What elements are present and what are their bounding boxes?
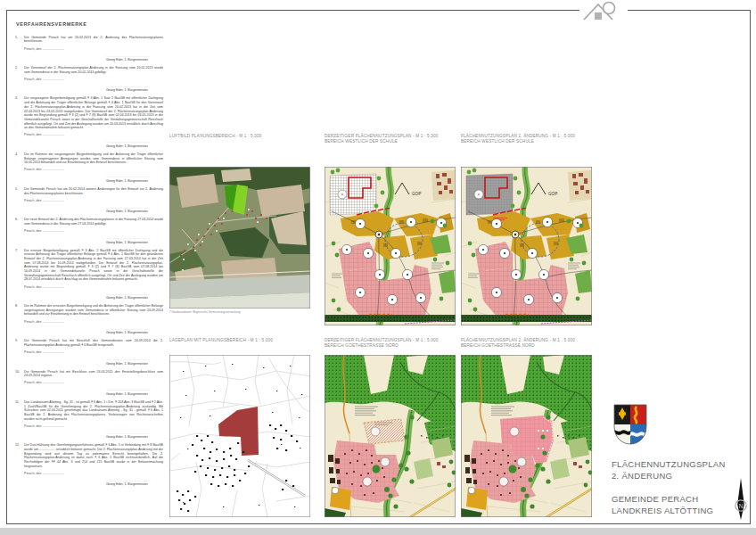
map-title-amended-fnp-goethestrasse: FLÄCHENNUTZUNGSPLAN 2. ÄNDERUNG - M 1 : … (461, 337, 595, 348)
note-number: 4. (15, 152, 24, 183)
procedure-notes-column: VERFAHRENSVERMERKE 1. Die Gemeinde Perac… (15, 21, 163, 490)
aerial-map (169, 167, 310, 309)
map-subtitle: BEREICH GOETHESTRASSE NORD (461, 342, 595, 348)
note-text: Der neue Entwurf der 2. Änderung des Flä… (24, 218, 163, 226)
note-item: 8. Die im Rahmen der erneuten Bürgerbete… (15, 303, 163, 334)
signature-block: ........................................… (106, 54, 163, 62)
place-date-line: Perach, den ......................... (24, 77, 163, 81)
note-item: 4. Die im Rahmen der vorgezogenen Bürger… (15, 152, 163, 183)
note-text: Die Durchführung des Genehmigungsverfahr… (24, 443, 163, 468)
place-date-line: Perach, den ......................... (24, 198, 163, 202)
architect-house-logo-icon (579, 1, 628, 24)
signature-block: ........................................… (106, 236, 163, 243)
map-title-current-fnp-schule: DERZEITIGER FLÄCHENNUTZUNGSPLAN - M 1 : … (325, 133, 458, 144)
municipality-name: GEMEINDE PERACH (612, 493, 713, 505)
note-text: Die Gemeinde Perach hat mit Beschluß des… (24, 338, 163, 346)
place-date-line: Perach, den ......................... (24, 284, 163, 289)
map-title-current-fnp-goethestrasse: DERZEITIGER FLÄCHENNUTZUNGSPLAN - M 1 : … (325, 337, 458, 348)
note-item: 11. Das Landratsamt Altötting - Sg. 31 -… (15, 399, 163, 439)
current-fnp-schule-map: GOP (325, 167, 456, 325)
current-fnp-goethestrasse-map (325, 355, 456, 517)
note-text: Die Gemeinde Perach hat mit Beschluss vo… (24, 369, 163, 377)
signature-block: ........................................… (106, 327, 163, 334)
note-text: Die vorgezogene Bürgerbeteiligung gemäß … (24, 96, 163, 129)
map-title: LUFTBILD PLANUNGSBEREICH - M 1 : 5.000 (169, 133, 312, 138)
plan-title-line1: FLÄCHENNUTZUNGSPLAN (612, 458, 726, 470)
map-title: LAGEPLAN MIT PLANUNGSBEREICH - M 1 : 5.0… (169, 337, 312, 342)
perach-coat-of-arms (612, 403, 648, 449)
site-plan-map (169, 355, 310, 517)
plan-sheet-page: { "notes": { "title": "VERFAHRENSVERMERK… (0, 0, 756, 535)
note-number: 2. (15, 65, 24, 92)
note-number: 1. (15, 35, 24, 62)
aerial-map-graphic (169, 167, 310, 309)
amended-fnp-goethestrasse-map (461, 355, 592, 517)
note-item: 10. Die Gemeinde Perach hat mit Beschlus… (15, 369, 163, 396)
signature-name: Georg Eder, 1. Bürgermeister (106, 435, 163, 440)
note-item: 1. Die Gemeinde Perach hat am 20.02.2013… (15, 35, 163, 62)
signature-name: Georg Eder, 1. Bürgermeister (106, 240, 163, 244)
note-number: 9. (15, 338, 24, 365)
map-subtitle: BEREICH WESTLICH DER SCHULE (325, 138, 458, 144)
school-area-block (330, 174, 376, 215)
note-item: 9. Die Gemeinde Perach hat mit Beschluß … (15, 338, 163, 365)
scan-edge-strip (0, 528, 756, 535)
map-title-amended-fnp-schule: FLÄCHENNUTZUNGSPLAN 2. ÄNDERUNG - M 1 : … (461, 133, 595, 144)
note-text: Die Gemeinde Perach hat am 20.02.2014 we… (24, 186, 163, 194)
place-date-line: Perach, den ......................... (24, 424, 163, 428)
note-item: 5. Die Gemeinde Perach hat am 20.02.2014… (15, 186, 163, 213)
signature-name: Georg Eder, 1. Bürgermeister (106, 178, 163, 183)
signature-block: ........................................… (106, 176, 163, 183)
plan-title-group: FLÄCHENNUTZUNGSPLAN 2. ÄNDERUNG (612, 458, 726, 482)
note-item: 6. Der neue Entwurf der 2. Änderung des … (15, 218, 163, 244)
note-text: Das Landratsamt Altötting - Sg. 31 - ist… (24, 399, 163, 420)
plan-title-line2: 2. ÄNDERUNG (612, 470, 726, 482)
note-text: Die erneute Bürgerbeteiligung gemäß § 3 … (24, 248, 163, 281)
current-fnp-schule-graphic: GOP (325, 167, 456, 325)
notes-title: VERFAHRENSVERMERKE (16, 21, 163, 27)
current-fnp-goethestrasse-graphic (325, 355, 456, 517)
place-date-line: Perach, den ......................... (24, 471, 163, 475)
note-number: 10. (15, 369, 24, 396)
change-area-hatched (364, 419, 405, 444)
signature-name: Georg Eder, 1. Bürgermeister (106, 144, 163, 148)
signature-block: ........................................… (106, 389, 163, 396)
place-date-line: Perach, den ......................... (24, 381, 163, 385)
map-subtitle: BEREICH GOETHESTRASSE NORD (325, 342, 458, 348)
gop-label: GOP (412, 192, 421, 196)
note-text: Die Gemeinde Perach hat am 20.02.2013 di… (24, 35, 163, 43)
place-date-line: Perach, den ......................... (24, 319, 163, 324)
signature-block: ........................................… (106, 206, 163, 213)
note-text: Die im Rahmen der vorgezogenen Bürgerbet… (24, 152, 163, 164)
note-number: 5. (15, 186, 24, 213)
signature-block: ........................................… (106, 479, 163, 486)
note-item: 7. Die erneute Bürgerbeteiligung gemäß §… (15, 248, 163, 300)
amended-fnp-goethestrasse-graphic (461, 355, 592, 517)
note-number: 11. (15, 399, 24, 439)
place-date-line: Perach, den ......................... (24, 46, 163, 51)
gop-label: GOP (548, 192, 557, 196)
north-label: N (739, 503, 744, 509)
place-date-line: Perach, den ......................... (24, 350, 163, 354)
municipality-group: GEMEINDE PERACH LANDKREIS ALTÖTTING (612, 493, 713, 516)
signature-name: Georg Eder, 1. Bürgermeister (106, 391, 163, 396)
signature-name: Georg Eder, 1. Bürgermeister (106, 361, 163, 366)
amended-fnp-schule-map: GOP (461, 167, 592, 325)
signature-name: Georg Eder, 1. Bürgermeister (106, 482, 163, 487)
signature-block: ........................................… (106, 85, 163, 92)
signature-block: ........................................… (106, 432, 163, 439)
note-item: 3. Die vorgezogene Bürgerbeteiligung gem… (15, 96, 163, 148)
note-number: 12. (15, 443, 24, 487)
note-number: 8. (15, 303, 24, 334)
note-number: 7. (15, 248, 24, 300)
note-number: 6. (15, 218, 24, 244)
map-title-aerial: LUFTBILD PLANUNGSBEREICH - M 1 : 5.000 (169, 133, 312, 138)
map-subtitle: BEREICH WESTLICH DER SCHULE (461, 138, 595, 144)
signature-block: ........................................… (106, 358, 163, 365)
note-item: 12. Die Durchführung des Genehmigungsver… (15, 443, 163, 487)
signature-name: Georg Eder, 1. Bürgermeister (106, 330, 163, 334)
signature-name: Georg Eder, 1. Bürgermeister (106, 57, 163, 62)
place-date-line: Perach, den ......................... (24, 228, 163, 233)
signature-name: Georg Eder, 1. Bürgermeister (106, 295, 163, 300)
map-title-site-plan: LAGEPLAN MIT PLANUNGSBEREICH - M 1 : 5.0… (169, 337, 312, 342)
